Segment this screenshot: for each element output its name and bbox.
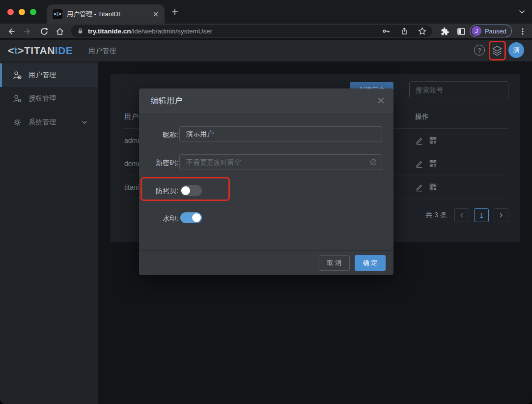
bookmark-star-icon[interactable] xyxy=(418,27,426,35)
eye-slash-icon[interactable] xyxy=(369,158,378,167)
extensions-puzzle-icon[interactable] xyxy=(439,26,450,37)
qrcode-icon[interactable] xyxy=(429,159,437,168)
new-tab-button[interactable] xyxy=(171,8,179,16)
close-icon[interactable] xyxy=(377,97,385,104)
tab-close-icon[interactable] xyxy=(153,11,159,17)
search-input[interactable] xyxy=(409,81,508,98)
modal-footer: 取 消 确 定 xyxy=(139,250,393,275)
reload-button[interactable] xyxy=(39,26,50,37)
browser-window: <t> 用户管理 - TitanIDE xyxy=(0,0,532,404)
pagination-total: 共 3 条 xyxy=(425,211,447,220)
tab-title: 用户管理 - TitanIDE xyxy=(67,10,148,19)
lock-icon xyxy=(77,28,84,35)
column-actions: 操作 xyxy=(415,113,429,121)
qrcode-icon[interactable] xyxy=(429,136,437,145)
url-path: /ide/web/admin/systemUser xyxy=(131,28,213,35)
watermark-toggle[interactable] xyxy=(180,212,202,223)
forward-button[interactable] xyxy=(22,26,33,37)
annotation-box-anti-copy xyxy=(140,177,230,201)
watermark-label: 水印: xyxy=(139,214,178,223)
tab-search-chevron-icon[interactable] xyxy=(519,10,525,14)
user-avatar[interactable]: 演 xyxy=(508,42,524,58)
profile-avatar: J xyxy=(472,26,481,36)
qrcode-icon[interactable] xyxy=(429,183,437,192)
pagination-page-1[interactable]: 1 xyxy=(474,208,489,222)
password-key-icon[interactable] xyxy=(382,27,391,35)
cancel-button[interactable]: 取 消 xyxy=(319,255,350,271)
profile-chip[interactable]: J Paused xyxy=(470,25,512,37)
pagination-prev-button[interactable] xyxy=(454,208,469,222)
traffic-minimize-button[interactable] xyxy=(19,9,25,15)
profile-status: Paused xyxy=(485,28,506,35)
sidebar-item-system[interactable]: 系统管理 xyxy=(0,111,98,134)
help-icon[interactable]: ? xyxy=(474,45,485,56)
sidebar-item-label: 授权管理 xyxy=(28,94,56,103)
edit-user-modal: 编辑用户 昵称: 新密码: 防拷贝: 水印: 取 消 确 定 xyxy=(139,88,393,275)
sidebar-item-label: 用户管理 xyxy=(28,71,56,80)
back-button[interactable] xyxy=(6,26,17,37)
nickname-input[interactable] xyxy=(179,126,382,142)
home-button[interactable] xyxy=(55,26,65,37)
browser-toolbar: try.titanide.cn/ide/web/admin/systemUser… xyxy=(0,24,532,39)
browser-tab[interactable]: <t> 用户管理 - TitanIDE xyxy=(47,4,165,24)
edit-icon[interactable] xyxy=(415,136,423,145)
user-key-icon xyxy=(13,94,22,103)
edit-icon[interactable] xyxy=(415,183,423,192)
nickname-label: 昵称: xyxy=(139,131,178,140)
new-password-label: 新密码: xyxy=(139,159,178,168)
toggle-knob xyxy=(192,213,201,222)
gear-icon xyxy=(13,118,22,127)
traffic-close-button[interactable] xyxy=(7,9,14,15)
breadcrumb: 用户管理 xyxy=(88,47,116,56)
url-host: try.titanide.cn xyxy=(88,28,131,35)
new-password-input[interactable] xyxy=(179,154,382,170)
share-icon[interactable] xyxy=(400,27,408,35)
browser-menu-kebab-icon[interactable] xyxy=(517,26,528,37)
annotation-box-layers xyxy=(489,41,506,60)
tab-favicon-icon: <t> xyxy=(53,9,62,19)
sidebar-item-authorization[interactable]: 授权管理 xyxy=(0,87,98,111)
chevron-down-icon xyxy=(82,120,87,124)
address-bar[interactable]: try.titanide.cn/ide/web/admin/systemUser xyxy=(71,25,432,37)
confirm-button[interactable]: 确 定 xyxy=(355,255,386,271)
sidebar-item-user-management[interactable]: 用户管理 xyxy=(0,63,98,87)
app-header: <t>TITANIDE 用户管理 ? 演 xyxy=(0,40,532,61)
edit-icon[interactable] xyxy=(415,159,423,168)
traffic-zoom-button[interactable] xyxy=(30,9,36,15)
tab-strip: <t> 用户管理 - TitanIDE xyxy=(0,0,532,24)
sidebar-item-label: 系统管理 xyxy=(28,118,56,127)
user-gear-icon xyxy=(13,71,22,80)
app-logo[interactable]: <t>TITANIDE xyxy=(8,45,73,57)
side-panel-icon[interactable] xyxy=(456,26,467,37)
modal-header: 编辑用户 xyxy=(139,88,393,114)
modal-title: 编辑用户 xyxy=(151,96,182,106)
pagination-next-button[interactable] xyxy=(494,208,508,222)
sidebar: 用户管理 授权管理 系统管理 xyxy=(0,61,98,404)
